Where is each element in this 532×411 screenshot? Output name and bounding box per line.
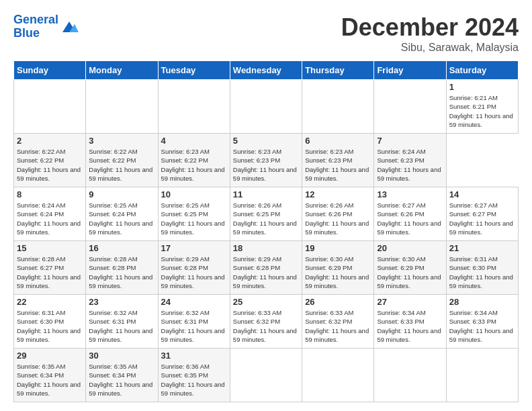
calendar-cell: 31Sunrise: 6:36 AMSunset: 6:35 PMDayligh… [158, 349, 230, 402]
calendar-cell [230, 349, 302, 402]
calendar-cell: 18Sunrise: 6:29 AMSunset: 6:28 PMDayligh… [230, 241, 302, 295]
header-tuesday: Tuesday [158, 61, 230, 80]
calendar-cell: 30Sunrise: 6:35 AMSunset: 6:34 PMDayligh… [86, 349, 158, 402]
calendar-week-3: 8Sunrise: 6:24 AMSunset: 6:24 PMDaylight… [14, 187, 519, 241]
calendar-week-5: 22Sunrise: 6:31 AMSunset: 6:30 PMDayligh… [14, 295, 519, 349]
month-title: December 2024 [341, 13, 519, 42]
calendar-week-2: 2Sunrise: 6:22 AMSunset: 6:22 PMDaylight… [14, 134, 519, 187]
calendar-cell: 28Sunrise: 6:34 AMSunset: 6:33 PMDayligh… [446, 295, 518, 349]
header-monday: Monday [86, 61, 158, 80]
calendar-cell: 22Sunrise: 6:31 AMSunset: 6:30 PMDayligh… [14, 295, 86, 349]
calendar-cell: 13Sunrise: 6:27 AMSunset: 6:26 PMDayligh… [374, 187, 446, 241]
title-area: December 2024 Sibu, Sarawak, Malaysia [341, 13, 519, 54]
calendar-cell: 9Sunrise: 6:25 AMSunset: 6:24 PMDaylight… [86, 187, 158, 241]
calendar-cell: 4Sunrise: 6:23 AMSunset: 6:22 PMDaylight… [158, 134, 230, 187]
calendar-cell: 27Sunrise: 6:34 AMSunset: 6:33 PMDayligh… [374, 295, 446, 349]
calendar-cell: 1Sunrise: 6:21 AMSunset: 6:21 PMDaylight… [446, 80, 518, 134]
empty-cell [230, 80, 302, 134]
calendar-cell: 11Sunrise: 6:26 AMSunset: 6:25 PMDayligh… [230, 187, 302, 241]
calendar-cell: 6Sunrise: 6:23 AMSunset: 6:23 PMDaylight… [302, 134, 374, 187]
calendar-week-6: 29Sunrise: 6:35 AMSunset: 6:34 PMDayligh… [14, 349, 519, 402]
empty-cell [158, 80, 230, 134]
calendar-cell: 8Sunrise: 6:24 AMSunset: 6:24 PMDaylight… [14, 187, 86, 241]
calendar-cell: 20Sunrise: 6:30 AMSunset: 6:29 PMDayligh… [374, 241, 446, 295]
header-saturday: Saturday [446, 61, 518, 80]
calendar-cell: 12Sunrise: 6:26 AMSunset: 6:26 PMDayligh… [302, 187, 374, 241]
calendar-cell: 24Sunrise: 6:32 AMSunset: 6:31 PMDayligh… [158, 295, 230, 349]
calendar-cell: 7Sunrise: 6:24 AMSunset: 6:23 PMDaylight… [374, 134, 446, 187]
header-thursday: Thursday [302, 61, 374, 80]
calendar-week-1: 1Sunrise: 6:21 AMSunset: 6:21 PMDaylight… [14, 80, 519, 134]
calendar-cell: 10Sunrise: 6:25 AMSunset: 6:25 PMDayligh… [158, 187, 230, 241]
calendar-cell: 25Sunrise: 6:33 AMSunset: 6:32 PMDayligh… [230, 295, 302, 349]
empty-cell [14, 80, 86, 134]
calendar-table: SundayMondayTuesdayWednesdayThursdayFrid… [13, 60, 519, 402]
calendar-cell: 14Sunrise: 6:27 AMSunset: 6:27 PMDayligh… [446, 187, 518, 241]
header-wednesday: Wednesday [230, 61, 302, 80]
logo: GeneralBlue [13, 13, 76, 40]
calendar-cell: 3Sunrise: 6:22 AMSunset: 6:22 PMDaylight… [86, 134, 158, 187]
location: Sibu, Sarawak, Malaysia [341, 42, 519, 54]
calendar-cell: 26Sunrise: 6:33 AMSunset: 6:32 PMDayligh… [302, 295, 374, 349]
calendar-cell: 15Sunrise: 6:28 AMSunset: 6:27 PMDayligh… [14, 241, 86, 295]
calendar-cell: 2Sunrise: 6:22 AMSunset: 6:22 PMDaylight… [14, 134, 86, 187]
calendar-cell [302, 349, 374, 402]
empty-cell [86, 80, 158, 134]
page-header: GeneralBlue December 2024 Sibu, Sarawak,… [13, 13, 519, 54]
calendar-cell [446, 349, 518, 402]
calendar-header-row: SundayMondayTuesdayWednesdayThursdayFrid… [14, 61, 519, 80]
calendar-cell: 21Sunrise: 6:31 AMSunset: 6:30 PMDayligh… [446, 241, 518, 295]
calendar-cell: 19Sunrise: 6:30 AMSunset: 6:29 PMDayligh… [302, 241, 374, 295]
empty-cell [374, 80, 446, 134]
calendar-cell [374, 349, 446, 402]
logo-text: GeneralBlue [13, 13, 58, 40]
logo-icon [60, 20, 76, 34]
calendar-cell: 5Sunrise: 6:23 AMSunset: 6:23 PMDaylight… [230, 134, 302, 187]
empty-cell [302, 80, 374, 134]
calendar-week-4: 15Sunrise: 6:28 AMSunset: 6:27 PMDayligh… [14, 241, 519, 295]
header-sunday: Sunday [14, 61, 86, 80]
calendar-cell: 17Sunrise: 6:29 AMSunset: 6:28 PMDayligh… [158, 241, 230, 295]
calendar-cell: 29Sunrise: 6:35 AMSunset: 6:34 PMDayligh… [14, 349, 86, 402]
calendar-cell: 16Sunrise: 6:28 AMSunset: 6:28 PMDayligh… [86, 241, 158, 295]
header-friday: Friday [374, 61, 446, 80]
calendar-cell: 23Sunrise: 6:32 AMSunset: 6:31 PMDayligh… [86, 295, 158, 349]
